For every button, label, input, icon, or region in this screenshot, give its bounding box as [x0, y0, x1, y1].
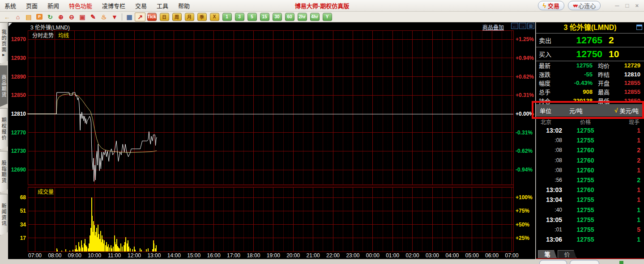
svg-text:15:00: 15:00 [187, 252, 200, 259]
period-button-月[interactable]: 月 [185, 13, 194, 21]
menu-交易[interactable]: 交易 [135, 1, 147, 10]
period-button-15[interactable]: 15 [260, 13, 269, 21]
period-button-日[interactable]: 日 [160, 13, 169, 21]
chart-panel: 12970+1.25%12930+0.94%12890+0.62%12850+0… [8, 22, 535, 259]
tick-row: :08127551 [536, 135, 644, 145]
menu-页面[interactable]: 页面 [26, 1, 38, 10]
toolbar-home-icon[interactable]: ⌂ [13, 13, 23, 21]
svg-text:00:00: 00:00 [366, 252, 380, 259]
period-button-5[interactable]: 5 [247, 13, 257, 21]
tick-time: 13:03 [536, 186, 562, 193]
svg-text:12930: 12930 [11, 55, 26, 61]
heart-link-button[interactable]: ♥♥心连心 [568, 1, 601, 10]
period-button-3[interactable]: 3 [235, 13, 244, 21]
svg-text:+0.94%: +0.94% [516, 55, 534, 61]
split-view-icon[interactable]: ⊞ [527, 23, 534, 29]
toolbar-filter-icon[interactable]: ▼ [109, 13, 120, 21]
restore-pane-icon[interactable] [636, 25, 642, 30]
tick-price: 12755 [562, 226, 609, 233]
price-line [27, 92, 157, 181]
chart-instrument-title: 3 伦外镍(LMND) [30, 23, 70, 31]
svg-text:04:00: 04:00 [445, 252, 459, 259]
svg-text:51: 51 [20, 208, 26, 214]
trade-button[interactable]: ϟ交易 [538, 1, 564, 10]
quote-panel: 3 伦外镍(LMND) 卖出 12765 2 买入 12750 10 最新127… [536, 22, 644, 259]
toolbar-alert-icon[interactable]: ♨ [98, 13, 109, 21]
stat-label: 幅度 [536, 79, 553, 87]
tick-row: :56127552 [536, 175, 644, 185]
toolbar-zoom-in-icon[interactable]: ⊕ [55, 13, 66, 21]
tick-qty: 1 [609, 137, 644, 144]
menu-新闻[interactable]: 新闻 [47, 1, 59, 10]
period-button-2hr[interactable]: 2hr [298, 13, 307, 21]
svg-text:06:00: 06:00 [485, 252, 499, 259]
svg-text:09:00: 09:00 [68, 252, 81, 259]
period-button-季[interactable]: 季 [197, 13, 207, 21]
sidebar-tab-股指期货[interactable]: 股指期货 [0, 151, 8, 193]
svg-text:-0.94%: -0.94% [516, 167, 533, 173]
overlay-link[interactable]: 商品叠加 [482, 23, 504, 31]
stat-label: 昨结 [598, 70, 617, 79]
sidebar-tab-新闻资讯[interactable]: 新闻资讯 [0, 194, 8, 235]
stat-label: 涨跌 [536, 70, 553, 79]
svg-text:+100%: +100% [516, 194, 533, 201]
close-button[interactable]: × [635, 2, 639, 9]
toolbar-overlay-icon[interactable]: ▣ [77, 13, 88, 21]
stats-grid: 最新12755均价12729涨跌-55昨结12810幅度-0.43%开盘1285… [536, 61, 644, 105]
buy-qty: 10 [609, 49, 619, 59]
menu-凌博专栏[interactable]: 凌博专栏 [102, 1, 125, 10]
toolbar-back-icon[interactable]: ← [2, 13, 13, 21]
svg-text:68: 68 [20, 194, 26, 201]
toolbar-news-icon[interactable]: ▤ [23, 13, 34, 21]
tick-qty: 5 [609, 226, 644, 233]
restore-button[interactable]: □ [626, 2, 629, 9]
period-button-Y[interactable]: Y [323, 13, 332, 21]
sidebar-tab-商品期货[interactable]: 商品期货 [0, 65, 8, 107]
sidebar-tab-期权报价[interactable]: 期权报价 [0, 108, 8, 150]
svg-text:13:00: 13:00 [147, 252, 161, 259]
svg-text:+50%: +50% [516, 222, 529, 228]
period-button-Tick[interactable]: Tick [147, 13, 157, 21]
toolbar-chart-icon[interactable]: ↗ [135, 13, 145, 21]
bottom-button-1[interactable] [539, 260, 567, 264]
tab-价[interactable]: 价 [558, 250, 576, 258]
tick-qty: 2 [609, 157, 644, 164]
tick-row: :40127551 [536, 205, 644, 215]
svg-text:02:00: 02:00 [406, 252, 419, 259]
period-button-60[interactable]: 60 [285, 13, 294, 21]
menu-帮助[interactable]: 帮助 [178, 1, 190, 10]
period-button-X[interactable]: X [210, 13, 219, 21]
menu-特色功能[interactable]: 特色功能 [69, 1, 92, 10]
toolbar-pmi-icon[interactable]: P [34, 13, 45, 21]
minimize-button[interactable]: ─ [615, 2, 619, 9]
svg-text:14:00: 14:00 [167, 252, 181, 259]
tick-qty: 1 [609, 206, 644, 214]
tick-price: 12760 [562, 147, 609, 154]
svg-text:+75%: +75% [516, 208, 529, 214]
svg-text:11:00: 11:00 [108, 252, 121, 259]
tick-price: 12760 [562, 186, 609, 193]
tick-row: 13:02127551 [536, 126, 644, 135]
scroll-right-icon[interactable]: → [519, 23, 526, 29]
bottom-button-2[interactable] [570, 260, 599, 264]
scroll-left-icon[interactable]: ← [511, 23, 518, 29]
svg-text:12890: 12890 [11, 74, 26, 80]
toolbar-draw-icon[interactable]: ✎ [88, 13, 98, 21]
menu-系统[interactable]: 系统 [4, 1, 16, 10]
period-button-30[interactable]: 30 [273, 13, 282, 21]
tab-笔[interactable]: 笔 [538, 250, 557, 258]
toolbar-zoom-out-icon[interactable]: ⊖ [66, 13, 77, 21]
toolbar-quote-board-icon[interactable]: ▦ [124, 13, 135, 21]
period-button-4hr[interactable]: 4hr [310, 13, 320, 21]
svg-text:05:00: 05:00 [465, 252, 479, 259]
stat-value: 12729 [617, 62, 644, 69]
stats-row: 涨跌-55昨结12810 [536, 70, 644, 79]
sidebar-tab-我的页面[interactable]: 我的页面▶ [0, 22, 8, 64]
period-button-1[interactable]: 1 [222, 13, 232, 21]
svg-text:07:00: 07:00 [28, 252, 42, 259]
menu-工具[interactable]: 工具 [157, 1, 168, 10]
tick-time: 13:06 [536, 236, 562, 243]
stat-value: 12855 [617, 80, 644, 86]
toolbar-refresh-icon[interactable]: ↻ [45, 13, 55, 21]
period-button-周[interactable]: 周 [172, 13, 182, 21]
